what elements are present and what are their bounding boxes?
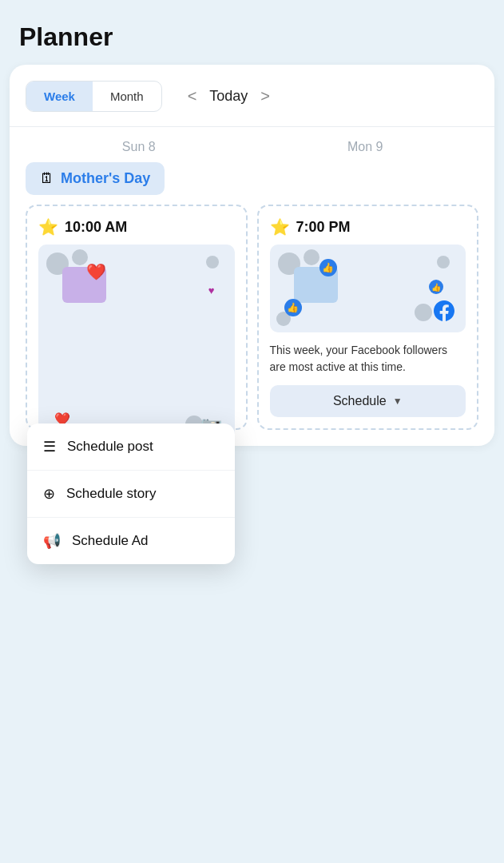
schedule-post-icon: ☰ [43,438,56,455]
ig-time: 10:00 AM [65,219,127,236]
ig-illustration: ❤️ ❤️ ♥ 📷 [38,245,235,444]
event-calendar-icon: 🗓 [40,170,54,187]
fb-illustration: 👍 👍 👍 [270,245,466,332]
schedule-story-icon: ⊕ [43,485,55,503]
ig-heart-tiny: ♥ [208,284,215,296]
deco-circle-2 [72,249,88,265]
schedule-ad-label: Schedule Ad [72,533,148,549]
facebook-card: ⭐ 7:00 PM 👍 👍 👍 [257,205,479,430]
fb-time: 7:00 PM [296,219,351,236]
ig-heart-main: ❤️ [86,262,106,281]
schedule-post-label: Schedule post [67,439,153,455]
controls-row: Week Month < Today > [10,65,494,112]
day-sun: Sun 8 [26,127,252,162]
prev-button[interactable]: < [181,84,204,109]
fb-schedule-label: Schedule [333,394,387,408]
fb-thumb2: 👍 [284,299,302,316]
fb-deco-circle-4 [415,304,432,321]
ig-star-icon: ⭐ [38,217,58,237]
week-toggle-button[interactable]: Week [26,82,93,111]
instagram-card: ⭐ 10:00 AM ❤️ ❤️ ♥ 📷 This week, y [26,205,248,430]
fb-time-row: ⭐ 7:00 PM [270,217,466,237]
view-toggle: Week Month [26,81,162,112]
event-name: Mother's Day [61,170,150,187]
schedule-ad-icon: 📢 [43,532,61,550]
fb-schedule-button[interactable]: Schedule ▼ [270,385,466,417]
today-label: Today [209,88,248,105]
fb-description: This week, your Facebook followers are m… [270,342,466,376]
schedule-dropdown-menu: ☰ Schedule post ⊕ Schedule story 📢 Sched… [27,424,235,564]
schedule-story-item[interactable]: ⊕ Schedule story [27,471,235,518]
schedule-ad-item[interactable]: 📢 Schedule Ad [27,518,235,564]
month-toggle-button[interactable]: Month [93,82,161,111]
fb-deco-circle-3 [437,256,450,268]
schedule-story-label: Schedule story [66,486,156,502]
event-row: 🗓 Mother's Day [10,162,494,205]
cards-row: ⭐ 10:00 AM ❤️ ❤️ ♥ 📷 This week, y [10,205,494,446]
page-header: Planner [0,0,504,65]
fb-deco-circle-2 [304,249,319,265]
event-badge: 🗓 Mother's Day [26,162,165,195]
schedule-post-item[interactable]: ☰ Schedule post [27,424,235,471]
fb-thumb3: 👍 [429,280,443,294]
day-mon: Mon 9 [252,127,479,162]
deco-circle-3 [206,256,219,268]
day-headers: Sun 8 Mon 9 [10,127,494,162]
next-button[interactable]: > [254,84,276,109]
page-title: Planner [19,22,485,52]
fb-star-icon: ⭐ [270,217,290,237]
nav-controls: < Today > [181,84,276,109]
fb-dropdown-arrow-icon: ▼ [393,396,403,407]
fb-thumb-main: 👍 [319,259,337,276]
ig-time-row: ⭐ 10:00 AM [38,217,235,237]
main-card: Week Month < Today > Sun 8 Mon 9 🗓 Mothe… [10,65,494,446]
fb-badge-icon [434,300,454,326]
